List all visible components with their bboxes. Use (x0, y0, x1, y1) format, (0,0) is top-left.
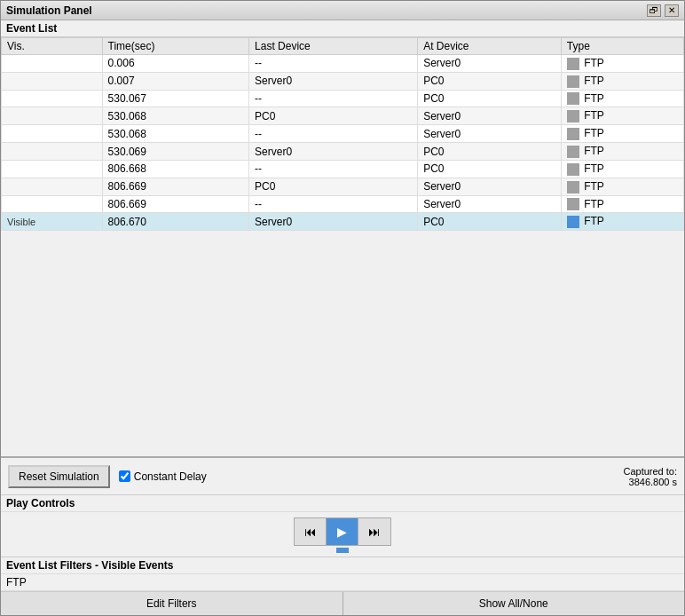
cell-last-device: PC0 (249, 178, 418, 195)
cell-time: 530.069 (102, 143, 248, 161)
type-color-indicator (567, 92, 579, 105)
cell-at-device: Server0 (418, 55, 562, 73)
cell-at-device: PC0 (418, 213, 562, 231)
cell-at-device: Server0 (418, 107, 562, 125)
cell-time: 806.670 (102, 213, 248, 231)
table-row[interactable]: 806.669PC0Server0 FTP (2, 178, 684, 195)
cell-type: FTP (561, 213, 683, 231)
cell-vis (2, 195, 103, 213)
type-color-indicator (567, 181, 579, 193)
title-bar: Simulation Panel 🗗 ✕ (1, 1, 684, 20)
cell-type: FTP (561, 55, 683, 73)
table-row[interactable]: 0.007Server0PC0 FTP (2, 72, 684, 90)
play-buttons-row: ⏮ ▶ ⏭ (1, 512, 684, 557)
play-controls-section: Play Controls ⏮ ▶ ⏭ (1, 495, 684, 557)
cell-type: FTP (561, 125, 683, 143)
constant-delay-label[interactable]: Constant Delay (119, 470, 207, 483)
cell-last-device: Server0 (249, 143, 418, 161)
cell-vis (2, 160, 103, 178)
cell-type: FTP (561, 107, 683, 125)
simulation-panel-window: Simulation Panel 🗗 ✕ Event List Vis. Tim… (0, 0, 685, 616)
col-at-device: At Device (418, 38, 562, 55)
cell-vis (2, 90, 103, 107)
cell-time: 530.068 (102, 125, 248, 143)
cell-vis: Visible (2, 213, 103, 231)
type-color-indicator (567, 110, 579, 122)
table-row[interactable]: 806.668--PC0 FTP (2, 160, 684, 178)
cell-time: 0.007 (102, 72, 248, 90)
col-time: Time(sec) (102, 38, 248, 55)
cell-last-device: -- (249, 160, 418, 178)
cell-vis (2, 55, 103, 73)
cell-at-device: Server0 (418, 178, 562, 195)
cell-time: 0.006 (102, 55, 248, 73)
table-row[interactable]: Visible806.670Server0PC0 FTP (2, 213, 684, 231)
type-color-indicator (567, 146, 579, 158)
captured-label: Captured to: (623, 466, 677, 477)
cell-time: 806.668 (102, 160, 248, 178)
event-table-scroll[interactable]: Vis. Time(sec) Last Device At Device Typ… (1, 37, 684, 456)
cell-vis (2, 143, 103, 161)
col-vis: Vis. (2, 38, 103, 55)
type-color-indicator (567, 163, 579, 176)
event-table: Vis. Time(sec) Last Device At Device Typ… (1, 37, 684, 231)
cell-time: 530.067 (102, 90, 248, 107)
cell-type: FTP (561, 72, 683, 90)
table-row[interactable]: 530.069Server0PC0 FTP (2, 143, 684, 161)
title-bar-controls: 🗗 ✕ (647, 4, 679, 17)
table-row[interactable]: 530.068--Server0 FTP (2, 125, 684, 143)
play-button[interactable]: ▶ (327, 518, 358, 545)
table-row[interactable]: 530.067--PC0 FTP (2, 90, 684, 107)
play-progress-indicator (336, 548, 349, 553)
event-filters-section: Event List Filters - Visible Events FTP … (1, 557, 684, 615)
cell-type: FTP (561, 178, 683, 195)
cell-last-device: Server0 (249, 72, 418, 90)
bottom-controls: Reset Simulation Constant Delay Captured… (1, 456, 684, 615)
cell-time: 806.669 (102, 195, 248, 213)
cell-last-device: -- (249, 125, 418, 143)
show-all-none-button[interactable]: Show All/None (343, 592, 685, 615)
col-type: Type (561, 38, 683, 55)
cell-last-device: PC0 (249, 107, 418, 125)
cell-at-device: PC0 (418, 72, 562, 90)
cell-at-device: PC0 (418, 160, 562, 178)
play-buttons-group: ⏮ ▶ ⏭ (294, 517, 391, 546)
constant-delay-checkbox[interactable] (119, 470, 130, 482)
cell-vis (2, 72, 103, 90)
cell-last-device: -- (249, 55, 418, 73)
type-color-indicator (567, 216, 579, 228)
filter-buttons-row: Edit Filters Show All/None (1, 591, 684, 615)
table-row[interactable]: 0.006--Server0 FTP (2, 55, 684, 73)
cell-type: FTP (561, 143, 683, 161)
cell-time: 530.068 (102, 107, 248, 125)
event-list-section: Event List Vis. Time(sec) Last Device At… (1, 20, 684, 456)
reset-simulation-button[interactable]: Reset Simulation (8, 465, 110, 488)
simulation-controls-row: Reset Simulation Constant Delay Captured… (1, 458, 684, 495)
cell-type: FTP (561, 90, 683, 107)
type-color-indicator (567, 75, 579, 88)
captured-value: 3846.800 s (629, 477, 677, 487)
table-row[interactable]: 806.669--Server0 FTP (2, 195, 684, 213)
cell-time: 806.669 (102, 178, 248, 195)
cell-type: FTP (561, 160, 683, 178)
cell-at-device: Server0 (418, 125, 562, 143)
type-color-indicator (567, 58, 579, 70)
event-filters-label: Event List Filters - Visible Events (1, 557, 684, 574)
edit-filters-button[interactable]: Edit Filters (1, 592, 343, 615)
restore-button[interactable]: 🗗 (647, 4, 661, 17)
skip-forward-button[interactable]: ⏭ (358, 518, 390, 545)
play-controls-label: Play Controls (1, 495, 684, 512)
skip-back-button[interactable]: ⏮ (295, 518, 327, 545)
table-row[interactable]: 530.068PC0Server0 FTP (2, 107, 684, 125)
event-list-label: Event List (1, 20, 684, 37)
cell-last-device: -- (249, 195, 418, 213)
captured-info: Captured to: 3846.800 s (623, 466, 677, 487)
cell-vis (2, 125, 103, 143)
event-filters-value: FTP (1, 574, 684, 591)
cell-at-device: PC0 (418, 90, 562, 107)
close-button[interactable]: ✕ (665, 4, 679, 17)
type-color-indicator (567, 128, 579, 140)
cell-last-device: Server0 (249, 213, 418, 231)
type-color-indicator (567, 198, 579, 210)
cell-vis (2, 107, 103, 125)
